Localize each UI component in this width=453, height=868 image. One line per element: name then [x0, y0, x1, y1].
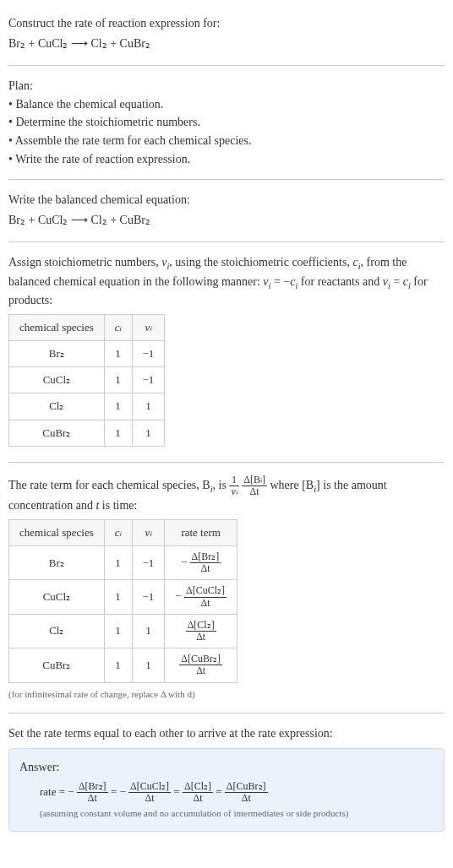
balanced-section: Write the balanced chemical equation: Br… — [8, 183, 445, 238]
table-row: CuBr₂ 1 1 — [9, 420, 165, 446]
rate-frac: Δ[Cl₂] Δt — [186, 620, 216, 643]
plan-section: Plan: • Balance the chemical equation. •… — [8, 69, 445, 176]
eq-sign: = − — [111, 785, 126, 798]
balanced-intro: Write the balanced chemical equation: — [8, 192, 445, 209]
col-nu: νᵢ — [132, 314, 165, 340]
plan-item: • Balance the chemical equation. — [8, 96, 445, 113]
assumption-note: (assuming constant volume and no accumul… — [40, 807, 434, 820]
plan-title: Plan: — [8, 78, 445, 95]
neg-sign: − — [175, 589, 181, 602]
rate-mid: , is — [213, 479, 230, 491]
col-c: cᵢ — [104, 519, 132, 545]
cell-nu: 1 — [132, 420, 165, 446]
cell-species: CuCl₂ — [9, 367, 105, 393]
col-nu: νᵢ — [132, 519, 165, 545]
col-c: cᵢ — [104, 314, 132, 340]
rate-frac: Δ[Br₂] Δt — [190, 551, 221, 574]
rate-frac-4: Δ[CuBr₂] Δt — [225, 781, 268, 804]
cell-rate: − Δ[CuCl₂] Δt — [165, 580, 237, 614]
rate-post: is time: — [99, 499, 137, 512]
cell-c: 1 — [104, 367, 132, 393]
rate-frac-2: Δ[CuCl₂] Δt — [128, 781, 171, 804]
rate-frac: Δ[CuBr₂] Δt — [179, 654, 222, 676]
assign-part: Assign stoichiometric numbers, — [8, 256, 161, 269]
table-row: CuCl₂ 1 −1 − Δ[CuCl₂] Δt — [9, 580, 237, 614]
rate-pre: The rate term for each chemical species,… — [8, 479, 210, 491]
table-header-row: chemical species cᵢ νᵢ rate term — [9, 519, 237, 545]
neg-sign: − — [181, 556, 187, 568]
cell-c: 1 — [104, 341, 132, 367]
table-row: Cl₂ 1 1 Δ[Cl₂] Δt — [9, 614, 237, 648]
cell-nu: −1 — [132, 341, 165, 367]
assign-section: Assign stoichiometric numbers, νi, using… — [8, 246, 445, 458]
frac-one-over-nu: 1 νᵢ — [229, 475, 238, 497]
cell-c: 1 — [104, 580, 132, 614]
cell-nu: 1 — [132, 648, 165, 682]
table-header-row: chemical species cᵢ νᵢ — [9, 314, 165, 340]
set-equal-section: Set the rate terms equal to each other t… — [8, 717, 445, 838]
header-section: Construct the rate of reaction expressio… — [8, 7, 445, 62]
rate-post: where [B — [270, 479, 314, 491]
cell-nu: 1 — [132, 393, 165, 420]
answer-box: Answer: rate = − Δ[Br₂] Δt = − Δ[CuCl₂] … — [8, 748, 445, 831]
plan-item: • Write the rate of reaction expression. — [8, 151, 445, 168]
assign-text: Assign stoichiometric numbers, νi, using… — [8, 254, 445, 309]
rate-frac-1: Δ[Br₂] Δt — [77, 781, 108, 804]
infinitesimal-note: (for infinitesimal rate of change, repla… — [8, 688, 445, 701]
rate-term-section: The rate term for each chemical species,… — [8, 466, 445, 709]
plan-item: • Determine the stoichiometric numbers. — [8, 114, 445, 131]
plan-item: • Assemble the rate term for each chemic… — [8, 133, 445, 149]
rate-expression: rate = − Δ[Br₂] Δt = − Δ[CuCl₂] Δt = Δ[C… — [40, 781, 434, 804]
cell-nu: 1 — [132, 614, 165, 648]
rate-term-table: chemical species cᵢ νᵢ rate term Br₂ 1 −… — [8, 519, 237, 683]
reaction-equation: Br₂ + CuCl₂ ⟶ Cl₂ + CuBr₂ — [8, 35, 445, 52]
cell-c: 1 — [104, 614, 132, 648]
rate-frac-3: Δ[Cl₂] Δt — [183, 781, 213, 804]
assign-part: for reactants and — [297, 275, 382, 288]
cell-rate: Δ[CuBr₂] Δt — [165, 648, 237, 682]
divider — [8, 241, 445, 242]
col-species: chemical species — [9, 519, 105, 545]
cell-species: CuBr₂ — [9, 420, 105, 446]
cell-species: Br₂ — [9, 341, 105, 367]
divider — [8, 65, 445, 66]
cell-species: CuBr₂ — [9, 648, 105, 682]
divider — [8, 179, 445, 180]
table-row: Cl₂ 1 1 — [9, 393, 165, 420]
table-row: CuCl₂ 1 −1 — [9, 367, 165, 393]
divider — [8, 462, 445, 463]
cell-species: CuCl₂ — [9, 580, 105, 614]
rate-frac: Δ[CuCl₂] Δt — [184, 585, 226, 608]
col-rate: rate term — [165, 519, 237, 545]
assign-part: , using the stoichiometric coefficients, — [169, 256, 352, 269]
cell-nu: −1 — [132, 580, 165, 614]
frac-delta-b: Δ[Bᵢ] Δt — [242, 475, 267, 497]
answer-label: Answer: — [19, 759, 434, 776]
table-row: CuBr₂ 1 1 Δ[CuBr₂] Δt — [9, 648, 237, 682]
assign-part: = — [390, 275, 403, 288]
cell-nu: −1 — [132, 546, 165, 580]
table-row: Br₂ 1 −1 — [9, 341, 165, 367]
cell-c: 1 — [104, 420, 132, 446]
cell-species: Cl₂ — [9, 393, 105, 420]
cell-species: Cl₂ — [9, 614, 105, 648]
assign-part: = − — [270, 275, 290, 288]
eq-sign: = — [216, 785, 225, 798]
set-equal-text: Set the rate terms equal to each other t… — [8, 725, 445, 742]
table-row: Br₂ 1 −1 − Δ[Br₂] Δt — [9, 546, 237, 580]
stoich-table: chemical species cᵢ νᵢ Br₂ 1 −1 CuCl₂ 1 … — [8, 314, 165, 447]
col-species: chemical species — [9, 314, 105, 340]
cell-species: Br₂ — [9, 546, 105, 580]
rate-prefix: rate = − — [40, 785, 74, 798]
cell-c: 1 — [104, 546, 132, 580]
cell-rate: Δ[Cl₂] Δt — [165, 614, 237, 648]
eq-sign: = — [173, 785, 183, 798]
cell-nu: −1 — [132, 367, 165, 393]
divider — [8, 713, 445, 713]
cell-c: 1 — [104, 648, 132, 682]
cell-rate: − Δ[Br₂] Δt — [165, 546, 237, 580]
cell-c: 1 — [104, 393, 132, 420]
rate-term-text: The rate term for each chemical species,… — [8, 475, 445, 514]
balanced-equation: Br₂ + CuCl₂ ⟶ Cl₂ + CuBr₂ — [8, 212, 445, 229]
construct-text: Construct the rate of reaction expressio… — [8, 15, 445, 32]
